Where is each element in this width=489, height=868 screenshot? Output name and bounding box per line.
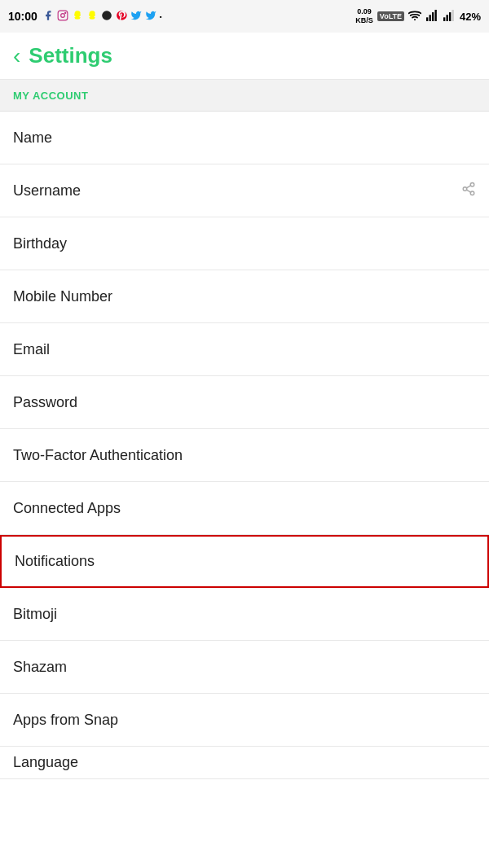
settings-item-bitmoji[interactable]: Bitmoji	[0, 588, 489, 641]
settings-item-label-mobile-number: Mobile Number	[13, 288, 112, 305]
status-left: 10:00	[8, 10, 162, 24]
signal-icon	[425, 10, 438, 24]
dot-icon: •	[160, 13, 162, 20]
settings-item-email[interactable]: Email	[0, 323, 489, 376]
svg-line-16	[466, 190, 470, 192]
snapchat2-icon	[86, 10, 98, 24]
svg-rect-8	[434, 10, 436, 21]
settings-item-notifications[interactable]: Notifications	[0, 535, 489, 588]
svg-rect-7	[432, 12, 434, 21]
network-speed: 0.09 KB/S	[355, 7, 373, 25]
settings-item-birthday[interactable]: Birthday	[0, 217, 489, 270]
share-icon-username	[461, 182, 476, 200]
settings-item-apps-from-snap[interactable]: Apps from Snap	[0, 694, 489, 747]
settings-item-label-birthday: Birthday	[13, 235, 67, 252]
settings-item-label-two-factor: Two-Factor Authentication	[13, 447, 183, 464]
twitter-icon	[130, 10, 142, 24]
wifi-icon	[408, 11, 421, 23]
status-time: 10:00	[8, 10, 37, 23]
settings-item-language[interactable]: Language	[0, 747, 489, 779]
pinterest-icon	[116, 10, 127, 24]
settings-item-label-apps-from-snap: Apps from Snap	[13, 712, 118, 729]
settings-item-shazam[interactable]: Shazam	[0, 641, 489, 694]
status-icons: •	[42, 10, 162, 24]
snapchat-icon	[72, 10, 83, 24]
twitter2-icon	[145, 10, 156, 24]
settings-item-label-password: Password	[13, 394, 77, 411]
volte-badge: VoLTE	[377, 11, 404, 21]
svg-point-3	[102, 11, 112, 20]
svg-rect-5	[426, 17, 428, 21]
my-account-section-header: MY ACCOUNT	[0, 80, 489, 112]
svg-point-1	[60, 13, 64, 17]
svg-rect-6	[429, 15, 430, 21]
svg-rect-10	[446, 15, 447, 21]
back-button[interactable]: ‹	[13, 43, 20, 69]
snapchat3-icon	[101, 10, 112, 24]
settings-item-label-email: Email	[13, 341, 50, 358]
settings-item-label-name: Name	[13, 129, 52, 147]
status-bar: 10:00	[0, 0, 489, 33]
status-right: 0.09 KB/S VoLTE	[355, 7, 481, 25]
settings-item-password[interactable]: Password	[0, 376, 489, 429]
settings-item-connected-apps[interactable]: Connected Apps	[0, 482, 489, 535]
settings-item-name[interactable]: Name	[0, 112, 489, 164]
page-title: Settings	[29, 43, 112, 68]
svg-rect-0	[58, 11, 68, 20]
svg-rect-12	[452, 10, 453, 21]
facebook-icon	[42, 10, 54, 24]
svg-point-4	[414, 19, 416, 20]
signal2-icon	[443, 10, 456, 24]
section-header-label: MY ACCOUNT	[13, 90, 88, 102]
settings-header: ‹ Settings	[0, 33, 489, 80]
svg-point-2	[64, 12, 65, 13]
settings-item-two-factor[interactable]: Two-Factor Authentication	[0, 429, 489, 482]
settings-item-username[interactable]: Username	[0, 164, 489, 217]
settings-list: NameUsername BirthdayMobile NumberEmailP…	[0, 112, 489, 779]
svg-rect-11	[449, 12, 451, 21]
svg-rect-9	[443, 17, 445, 21]
settings-item-label-username: Username	[13, 182, 81, 199]
instagram-icon	[57, 10, 68, 24]
settings-item-label-connected-apps: Connected Apps	[13, 500, 121, 517]
svg-line-17	[466, 185, 470, 187]
settings-item-label-bitmoji: Bitmoji	[13, 606, 57, 623]
settings-item-mobile-number[interactable]: Mobile Number	[0, 270, 489, 323]
settings-item-label-notifications: Notifications	[15, 553, 95, 570]
settings-item-label-shazam: Shazam	[13, 659, 67, 676]
battery-percentage: 42%	[460, 11, 481, 23]
settings-item-label-language: Language	[13, 754, 78, 771]
